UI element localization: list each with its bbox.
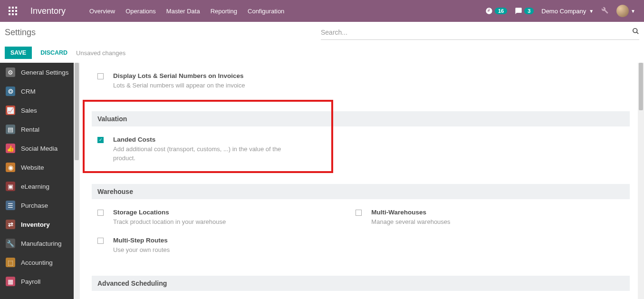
timer-count: 16 xyxy=(495,8,507,14)
discuss-button[interactable]: 3 xyxy=(515,7,534,15)
sidebar-item-label: Rental xyxy=(21,126,39,133)
sub-bar: Settings xyxy=(0,22,644,43)
nav-master-data[interactable]: Master Data xyxy=(166,8,200,15)
settings-section: Valuation✓Landed CostsAdd additional cos… xyxy=(80,111,644,177)
inventory-icon: ⇄ xyxy=(6,220,15,229)
sidebar-item-label: CRM xyxy=(21,88,36,95)
sidebar-item-label: Purchase xyxy=(21,202,48,209)
option-body: Storage LocationsTrack product location … xyxy=(113,209,350,227)
setting-option: Display Lots & Serial Numbers on Invoice… xyxy=(92,69,350,98)
option-title: Multi-Warehouses xyxy=(371,209,608,216)
nav-overview[interactable]: Overview xyxy=(89,8,115,15)
timer-button[interactable]: 16 xyxy=(485,7,507,15)
company-name: Demo Company xyxy=(541,8,586,15)
option-description: Track product location in your warehouse xyxy=(113,218,284,227)
search-container xyxy=(321,25,639,40)
section-heading: Advanced Scheduling xyxy=(92,276,630,291)
payroll-icon: ▦ xyxy=(6,277,15,286)
options-group: ✓Landed CostsAdd additional cost (transp… xyxy=(92,126,630,177)
sidebar-item-crm[interactable]: ❂CRM xyxy=(0,82,74,101)
sidebar-item-label: Accounting xyxy=(21,259,53,266)
sidebar-item-general-settings[interactable]: ⚙General Settings xyxy=(0,63,74,82)
checkbox[interactable] xyxy=(356,210,362,216)
sidebar-item-rental[interactable]: ▤Rental xyxy=(0,120,74,139)
sidebar-item-label: Inventory xyxy=(21,221,50,228)
avatar xyxy=(616,5,629,17)
section-heading: Warehouse xyxy=(92,184,630,199)
sidebar-item-elearning[interactable]: ▣eLearning xyxy=(0,177,74,196)
top-nav: Overview Operations Master Data Reportin… xyxy=(89,8,284,15)
manufacturing-icon: 🔧 xyxy=(6,239,15,248)
apps-menu-icon[interactable] xyxy=(9,7,17,15)
top-bar: Inventory Overview Operations Master Dat… xyxy=(0,0,644,22)
action-bar: SAVE DISCARD Unsaved changes xyxy=(0,43,644,63)
sidebar-item-sales[interactable]: 📈Sales xyxy=(0,101,74,120)
sidebar-scroll-thumb[interactable] xyxy=(75,63,79,160)
sidebar-item-label: Social Media xyxy=(21,145,58,152)
main-scroll-thumb[interactable] xyxy=(639,63,643,110)
search-input[interactable] xyxy=(321,29,632,36)
sidebar-item-accounting[interactable]: ⬚Accounting xyxy=(0,253,74,272)
option-description: Lots & Serial numbers will appear on the… xyxy=(113,81,284,90)
options-group: Display Lots & Serial Numbers on Invoice… xyxy=(92,63,630,105)
website-icon: ◉ xyxy=(6,163,15,172)
option-body: Landed CostsAdd additional cost (transpo… xyxy=(113,136,350,163)
option-body: Multi-WarehousesManage several warehouse… xyxy=(371,209,608,227)
sidebar-item-label: Payroll xyxy=(21,278,40,285)
debug-tools-button[interactable] xyxy=(601,7,609,16)
discard-button[interactable]: DISCARD xyxy=(40,49,67,56)
sidebar-item-manufacturing[interactable]: 🔧Manufacturing xyxy=(0,234,74,253)
sidebar-item-label: General Settings xyxy=(21,69,69,76)
company-switcher[interactable]: Demo Company ▼ xyxy=(541,8,594,15)
chat-count: 3 xyxy=(524,8,534,14)
main-wrap: Display Lots & Serial Numbers on Invoice… xyxy=(80,63,644,299)
setting-option: Multi-WarehousesManage several warehouse… xyxy=(350,206,608,234)
sidebar-item-purchase[interactable]: ☰Purchase xyxy=(0,196,74,215)
checkbox[interactable]: ✓ xyxy=(97,137,104,143)
option-description: Manage several warehouses xyxy=(371,218,542,227)
elearning-icon: ▣ xyxy=(6,182,15,191)
option-description: Add additional cost (transport, customs,… xyxy=(113,145,284,163)
checkbox[interactable] xyxy=(97,210,104,216)
rental-icon: ▤ xyxy=(6,125,15,134)
sidebar-item-label: Sales xyxy=(21,107,37,114)
topbar-right: 16 3 Demo Company ▼ ▼ xyxy=(485,5,644,17)
sidebar-item-inventory[interactable]: ⇄Inventory xyxy=(0,215,74,234)
page-title: Settings xyxy=(5,28,36,38)
unsaved-indicator: Unsaved changes xyxy=(76,49,125,57)
sidebar-item-label: Manufacturing xyxy=(21,240,62,247)
settings-section: WarehouseStorage LocationsTrack product … xyxy=(80,184,644,270)
social-media-icon: 👍 xyxy=(6,144,15,153)
sidebar-item-website[interactable]: ◉Website xyxy=(0,158,74,177)
sales-icon: 📈 xyxy=(6,106,15,115)
save-button[interactable]: SAVE xyxy=(5,47,32,59)
svg-point-0 xyxy=(633,29,637,33)
svg-line-1 xyxy=(636,32,638,34)
setting-option: Storage LocationsTrack product location … xyxy=(92,206,350,234)
search-icon[interactable] xyxy=(632,28,639,37)
checkbox[interactable] xyxy=(97,238,104,244)
app-brand: Inventory xyxy=(30,6,66,16)
nav-reporting[interactable]: Reporting xyxy=(211,8,237,15)
user-menu[interactable]: ▼ xyxy=(616,5,635,17)
option-title: Display Lots & Serial Numbers on Invoice… xyxy=(113,72,350,79)
setting-option: Multi-Step RoutesUse your own routes xyxy=(92,234,350,262)
option-title: Storage Locations xyxy=(113,209,350,216)
nav-configuration[interactable]: Configuration xyxy=(248,8,284,15)
option-body: Display Lots & Serial Numbers on Invoice… xyxy=(113,72,350,90)
checkbox[interactable] xyxy=(97,73,104,79)
general-settings-icon: ⚙ xyxy=(6,68,15,77)
option-title: Landed Costs xyxy=(113,136,350,143)
purchase-icon: ☰ xyxy=(6,201,15,210)
wrench-icon xyxy=(601,7,609,14)
nav-operations[interactable]: Operations xyxy=(125,8,156,15)
main-scrollbar[interactable] xyxy=(638,63,644,299)
crm-icon: ❂ xyxy=(6,87,15,96)
sidebar-item-social-media[interactable]: 👍Social Media xyxy=(0,139,74,158)
sidebar-item-payroll[interactable]: ▦Payroll xyxy=(0,272,74,291)
settings-sidebar: ⚙General Settings❂CRM📈Sales▤Rental👍Socia… xyxy=(0,63,80,299)
chevron-down-icon: ▼ xyxy=(589,9,594,14)
sidebar-scrollbar[interactable] xyxy=(74,63,80,299)
settings-section: Display Lots & Serial Numbers on Invoice… xyxy=(80,63,644,105)
content-area: ⚙General Settings❂CRM📈Sales▤Rental👍Socia… xyxy=(0,63,644,299)
